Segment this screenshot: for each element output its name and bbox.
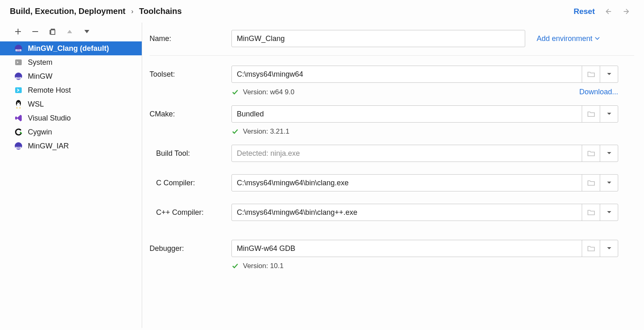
- name-label: Name:: [150, 34, 231, 43]
- gnu-icon: GNU: [14, 141, 23, 150]
- remote-icon: [14, 86, 23, 95]
- sidebar-item-label: MinGW_Clang (default): [28, 44, 109, 53]
- sidebar-item-cygwin[interactable]: Cygwin: [0, 125, 142, 139]
- sidebar-item-system[interactable]: System: [0, 55, 142, 69]
- gnu-icon: GNU: [14, 72, 23, 81]
- move-down-icon[interactable]: [83, 27, 91, 36]
- svg-point-12: [19, 102, 20, 103]
- add-environment-label: Add environment: [537, 34, 592, 43]
- back-arrow-icon[interactable]: [602, 7, 614, 16]
- svg-text:GNU: GNU: [16, 77, 21, 79]
- sidebar-item-label: Cygwin: [28, 128, 52, 137]
- remove-icon[interactable]: [31, 27, 39, 36]
- toolset-combo[interactable]: [231, 66, 618, 83]
- cmake-status: Version: 3.21.1: [231, 127, 289, 136]
- breadcrumb: Build, Execution, Deployment › Toolchain…: [10, 7, 182, 16]
- forward-arrow-icon[interactable]: [621, 7, 633, 16]
- cmake-status-row: Version: 3.21.1: [231, 127, 618, 136]
- svg-text:GNU: GNU: [16, 146, 21, 149]
- debugger-label: Debugger:: [150, 244, 231, 253]
- sidebar-item-label: System: [28, 58, 52, 67]
- sidebar-toolbar: [0, 25, 142, 41]
- breadcrumb-current: Toolchains: [139, 7, 182, 16]
- ccompiler-label: C Compiler:: [150, 179, 231, 187]
- toolset-status-row: Version: w64 9.0 Download...: [231, 88, 618, 96]
- buildtool-label: Build Tool:: [150, 149, 231, 158]
- check-icon: [231, 128, 239, 135]
- chevron-down-icon[interactable]: [600, 175, 618, 191]
- browse-icon[interactable]: [582, 106, 600, 122]
- cppcompiler-label: C++ Compiler:: [150, 208, 231, 217]
- ccompiler-combo[interactable]: [231, 174, 618, 191]
- sidebar-item-label: MinGW_IAR: [28, 142, 69, 150]
- toolchain-list: GNU MinGW_Clang (default) System GNU Min…: [0, 41, 142, 153]
- row-debugger: Debugger:: [150, 240, 634, 257]
- check-icon: [231, 89, 239, 96]
- browse-icon[interactable]: [582, 66, 600, 82]
- move-up-icon[interactable]: [66, 27, 74, 36]
- sidebar-item-wsl[interactable]: WSL: [0, 97, 142, 111]
- svg-point-10: [17, 103, 20, 107]
- svg-rect-0: [51, 30, 55, 34]
- header-actions: Reset: [574, 7, 633, 16]
- cygwin-icon: [14, 127, 23, 137]
- row-buildtool: Build Tool:: [150, 145, 634, 162]
- buildtool-combo[interactable]: [231, 145, 618, 162]
- debugger-version-text: Version: 10.1: [243, 262, 283, 270]
- name-input[interactable]: [231, 30, 525, 47]
- visual-studio-icon: [14, 114, 23, 123]
- sidebar: GNU MinGW_Clang (default) System GNU Min…: [0, 23, 142, 328]
- browse-icon[interactable]: [582, 204, 600, 221]
- toolset-label: Toolset:: [150, 70, 231, 79]
- chevron-down-icon[interactable]: [600, 204, 618, 221]
- copy-icon[interactable]: [48, 27, 57, 36]
- reset-button[interactable]: Reset: [574, 7, 595, 16]
- sidebar-item-remote-host[interactable]: Remote Host: [0, 83, 142, 97]
- cppcompiler-input[interactable]: [232, 208, 582, 217]
- cmake-version-text: Version: 3.21.1: [243, 127, 289, 136]
- browse-icon[interactable]: [582, 240, 600, 257]
- sidebar-item-mingw-iar[interactable]: GNU MinGW_IAR: [0, 139, 142, 153]
- buildtool-input[interactable]: [232, 149, 582, 158]
- toolset-version-text: Version: w64 9.0: [243, 88, 295, 96]
- chevron-down-icon: [595, 37, 600, 40]
- download-link[interactable]: Download...: [579, 88, 618, 96]
- body: GNU MinGW_Clang (default) System GNU Min…: [0, 23, 644, 328]
- cmake-input[interactable]: [232, 110, 582, 118]
- chevron-down-icon[interactable]: [600, 145, 618, 162]
- sidebar-item-label: MinGW: [28, 72, 52, 81]
- sidebar-item-mingw-clang[interactable]: GNU MinGW_Clang (default): [0, 41, 142, 55]
- add-environment-button[interactable]: Add environment: [537, 34, 600, 43]
- ccompiler-input[interactable]: [232, 179, 582, 187]
- sidebar-item-visual-studio[interactable]: Visual Studio: [0, 111, 142, 125]
- chevron-down-icon[interactable]: [600, 106, 618, 122]
- system-icon: [14, 58, 23, 67]
- row-ccompiler: C Compiler:: [150, 174, 634, 191]
- cmake-label: CMake:: [150, 110, 231, 118]
- chevron-down-icon[interactable]: [600, 240, 618, 257]
- toolset-status: Version: w64 9.0: [231, 88, 295, 96]
- chevron-down-icon[interactable]: [600, 66, 618, 82]
- row-cmake: CMake:: [150, 105, 634, 123]
- debugger-combo[interactable]: [231, 240, 618, 257]
- row-name: Name: Add environment: [150, 30, 634, 56]
- breadcrumb-parent[interactable]: Build, Execution, Deployment: [10, 7, 125, 16]
- cmake-combo[interactable]: [231, 105, 618, 123]
- add-icon[interactable]: [14, 27, 22, 36]
- debugger-status-row: Version: 10.1: [231, 262, 618, 270]
- browse-icon[interactable]: [582, 145, 600, 162]
- svg-point-11: [17, 102, 18, 103]
- sidebar-item-mingw[interactable]: GNU MinGW: [0, 69, 142, 83]
- chevron-right-icon: ›: [131, 8, 133, 15]
- browse-icon[interactable]: [582, 175, 600, 191]
- main-panel: Name: Add environment Toolset: Version: …: [142, 23, 644, 328]
- header: Build, Execution, Deployment › Toolchain…: [0, 0, 644, 23]
- debugger-status: Version: 10.1: [231, 262, 283, 270]
- toolset-input[interactable]: [232, 70, 582, 79]
- row-toolset: Toolset:: [150, 66, 634, 83]
- gnu-icon: GNU: [14, 44, 23, 53]
- sidebar-item-label: Visual Studio: [28, 114, 71, 123]
- debugger-input[interactable]: [232, 244, 582, 253]
- sidebar-item-label: WSL: [28, 100, 44, 109]
- cppcompiler-combo[interactable]: [231, 204, 618, 221]
